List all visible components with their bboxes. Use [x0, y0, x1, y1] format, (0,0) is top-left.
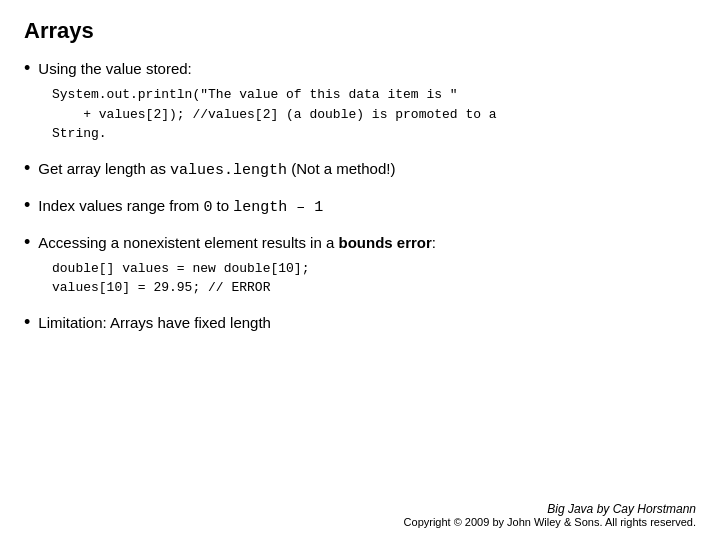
bullet-line-4: • Accessing a nonexistent element result…	[24, 232, 696, 253]
bullet-text-1: Using the value stored:	[38, 58, 191, 79]
inline-code-3a: 0	[203, 199, 212, 216]
bullet-text-4: Accessing a nonexistent element results …	[38, 232, 436, 253]
bullet-section-5: • Limitation: Arrays have fixed length	[24, 312, 696, 333]
bullet-text-3: Index values range from 0 to length – 1	[38, 195, 323, 218]
bullet-text-5: Limitation: Arrays have fixed length	[38, 312, 271, 333]
page: Arrays • Using the value stored: System.…	[0, 0, 720, 540]
footer-author: by Cay Horstmann	[593, 502, 696, 516]
footer: Big Java by Cay Horstmann Copyright © 20…	[404, 502, 696, 528]
footer-copyright: Copyright © 2009 by John Wiley & Sons. A…	[404, 516, 696, 528]
bullet-text-2: Get array length as values.length (Not a…	[38, 158, 395, 181]
bullet-dot-5: •	[24, 313, 30, 331]
bullet-line-2: • Get array length as values.length (Not…	[24, 158, 696, 181]
bounds-error-text: bounds error	[338, 234, 431, 251]
footer-title: Big Java by Cay Horstmann	[404, 502, 696, 516]
bullet-section-1: • Using the value stored: System.out.pri…	[24, 58, 696, 144]
code-block-4: double[] values = new double[10]; values…	[52, 259, 696, 298]
bullet-dot-4: •	[24, 233, 30, 251]
bullet-line-1: • Using the value stored:	[24, 58, 696, 79]
bullet-section-4: • Accessing a nonexistent element result…	[24, 232, 696, 298]
footer-book-title: Big Java	[547, 502, 593, 516]
bullet-line-5: • Limitation: Arrays have fixed length	[24, 312, 696, 333]
bullet-dot-2: •	[24, 159, 30, 177]
bullet-section-2: • Get array length as values.length (Not…	[24, 158, 696, 181]
bullet-dot-3: •	[24, 196, 30, 214]
code-block-1: System.out.println("The value of this da…	[52, 85, 696, 144]
inline-code-3b: length – 1	[233, 199, 323, 216]
bullet-line-3: • Index values range from 0 to length – …	[24, 195, 696, 218]
bullet-dot-1: •	[24, 59, 30, 77]
bullet-section-3: • Index values range from 0 to length – …	[24, 195, 696, 218]
inline-code-2: values.length	[170, 162, 287, 179]
page-title: Arrays	[24, 18, 696, 44]
